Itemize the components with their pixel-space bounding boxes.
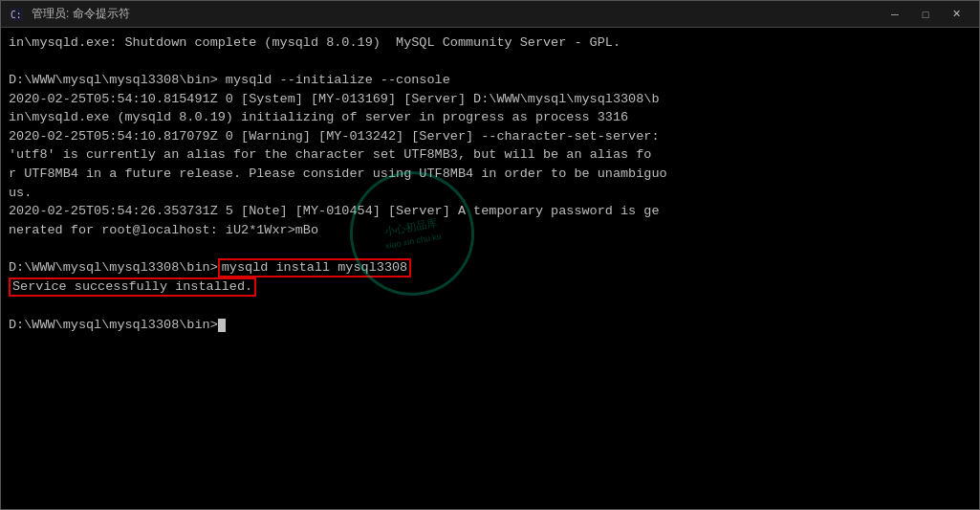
line10: 2020-02-25T05:54:26.353731Z 5 [Note] [MY… (9, 202, 971, 221)
line14: Service successfully installed. (9, 277, 256, 297)
line5: in\mysqld.exe (mysqld 8.0.19) initializi… (9, 108, 971, 127)
line7: 'utf8' is currently an alias for the cha… (9, 145, 971, 165)
title-bar-controls: ─ □ ✕ (880, 4, 971, 25)
line8: r UTF8MB4 in a future release. Please co… (9, 165, 971, 184)
title-bar-left: C: 管理员: 命令提示符 (9, 6, 130, 22)
title-text: 管理员: 命令提示符 (32, 6, 130, 22)
line11: nerated for root@localhost: iU2*1Wxr>mBo (9, 221, 971, 240)
line9: us. (9, 184, 971, 203)
svg-text:C:: C: (11, 9, 22, 19)
close-button[interactable]: ✕ (941, 4, 971, 25)
minimize-button[interactable]: ─ (880, 4, 910, 25)
line-blank2 (9, 239, 971, 258)
line16: D:\WWW\mysql\mysql3308\bin> (9, 316, 971, 335)
line13: D:\WWW\mysql\mysql3308\bin>mysqld instal… (9, 258, 971, 277)
line6: 2020-02-25T05:54:10.817079Z 0 [Warning] … (9, 127, 971, 146)
line1: in\mysqld.exe: Shutdown complete (mysqld… (9, 33, 971, 53)
line4: 2020-02-25T05:54:10.815491Z 0 [System] [… (9, 90, 971, 109)
terminal: in\mysqld.exe: Shutdown complete (mysqld… (1, 28, 979, 509)
cmd-icon: C: (9, 7, 24, 22)
line3: D:\WWW\mysql\mysql3308\bin> mysqld --ini… (9, 71, 971, 90)
window: C: 管理员: 命令提示符 ─ □ ✕ in\mysqld.exe: Shutd… (0, 0, 980, 510)
maximize-button[interactable]: □ (910, 4, 941, 25)
line-blank1 (9, 53, 971, 72)
title-bar: C: 管理员: 命令提示符 ─ □ ✕ (1, 1, 979, 28)
